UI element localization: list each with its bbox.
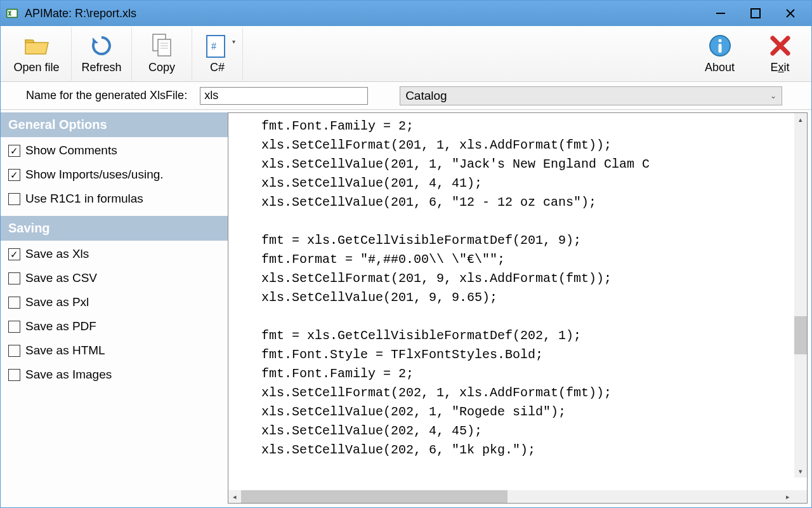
refresh-icon (89, 33, 114, 58)
exit-button[interactable]: Exit (750, 27, 810, 81)
exit-label: Exit (770, 61, 789, 74)
refresh-label: Refresh (81, 61, 121, 74)
scroll-up-icon[interactable]: ▴ (794, 113, 807, 126)
checkbox-icon (8, 369, 20, 381)
language-label: C# (210, 61, 225, 74)
horizontal-scroll-thumb[interactable] (241, 490, 508, 503)
maximize-button[interactable] (738, 3, 773, 23)
svg-rect-3 (751, 9, 760, 18)
svg-point-14 (718, 39, 721, 43)
saving-header: Saving (1, 216, 228, 241)
svg-rect-15 (718, 44, 721, 53)
checkbox-icon: ✓ (8, 145, 20, 157)
checkbox-option[interactable]: Save as PDF (8, 319, 220, 333)
general-options-header: General Options (1, 112, 228, 137)
info-icon (707, 33, 733, 58)
window-controls (703, 3, 808, 23)
svg-text:#: # (211, 41, 216, 51)
copy-icon (149, 33, 174, 58)
titlebar: APIMate: R:\report.xls (1, 1, 811, 26)
window-title: APIMate: R:\report.xls (25, 7, 703, 20)
general-options-body: ✓Show Comments✓Show Imports/uses/using.U… (1, 137, 228, 216)
horizontal-scrollbar[interactable]: ◂ ▸ (228, 490, 807, 503)
refresh-button[interactable]: Refresh (72, 27, 132, 81)
name-row: Name for the generated XlsFile: Catalog … (1, 82, 811, 110)
checkbox-label: Save as HTML (25, 344, 105, 358)
app-window: APIMate: R:\report.xls Open file Refresh (0, 0, 812, 508)
checkbox-option[interactable]: Save as Images (8, 368, 220, 382)
xlsfile-name-label: Name for the generated XlsFile: (7, 89, 187, 102)
app-icon (4, 6, 20, 21)
code-area[interactable]: fmt.Font.Family = 2; xls.SetCellFormat(2… (228, 113, 807, 490)
catalog-selected-label: Catalog (405, 89, 447, 103)
checkbox-label: Save as Pxl (25, 295, 89, 309)
checkbox-option[interactable]: Save as HTML (8, 344, 220, 358)
catalog-dropdown[interactable]: Catalog ⌄ (400, 86, 782, 105)
chevron-down-icon: ⌄ (770, 91, 776, 100)
about-label: About (705, 61, 735, 74)
checkbox-icon: ✓ (8, 248, 20, 260)
svg-rect-1 (8, 10, 17, 17)
main-area: General Options ✓Show Comments✓Show Impo… (1, 110, 811, 507)
copy-button[interactable]: Copy (132, 27, 192, 81)
about-button[interactable]: About (690, 27, 750, 81)
checkbox-option[interactable]: ✓Show Imports/uses/using. (8, 168, 220, 182)
checkbox-option[interactable]: ✓Show Comments (8, 144, 220, 157)
close-icon (768, 33, 793, 58)
scroll-corner (794, 490, 807, 503)
checkbox-icon (8, 272, 20, 284)
scroll-right-icon[interactable]: ▸ (782, 490, 794, 503)
checkbox-label: Show Comments (25, 144, 117, 157)
open-file-label: Open file (13, 61, 59, 74)
svg-rect-7 (158, 39, 171, 56)
checkbox-icon (8, 193, 20, 205)
vertical-scrollbar[interactable]: ▴ ▾ (794, 113, 807, 478)
saving-body: ✓Save as XlsSave as CSVSave as PxlSave a… (1, 241, 228, 392)
checkbox-option[interactable]: ✓Save as Xls (8, 247, 220, 261)
checkbox-label: Use R1C1 in formulas (25, 192, 143, 206)
toolbar: Open file Refresh Copy # ▾ C# (1, 26, 811, 82)
close-button[interactable] (773, 3, 808, 23)
scroll-down-icon[interactable]: ▾ (794, 465, 807, 478)
copy-label: Copy (148, 61, 175, 74)
code-panel: fmt.Font.Family = 2; xls.SetCellFormat(2… (228, 112, 808, 504)
checkbox-option[interactable]: Save as CSV (8, 271, 220, 285)
language-button[interactable]: # ▾ C# (192, 27, 243, 81)
checkbox-icon (8, 345, 20, 357)
checkbox-icon: ✓ (8, 169, 20, 181)
checkbox-option[interactable]: Use R1C1 in formulas (8, 192, 220, 206)
xlsfile-name-input[interactable] (200, 87, 368, 105)
sidebar: General Options ✓Show Comments✓Show Impo… (1, 110, 228, 507)
vertical-scroll-thumb[interactable] (794, 316, 807, 354)
checkbox-label: Show Imports/uses/using. (25, 168, 164, 182)
checkbox-label: Save as CSV (25, 271, 97, 285)
checkbox-label: Save as Xls (25, 247, 89, 261)
code-text: fmt.Font.Family = 2; xls.SetCellFormat(2… (228, 113, 807, 464)
checkbox-icon (8, 321, 20, 333)
csharp-icon: # ▾ (205, 33, 230, 58)
checkbox-icon (8, 297, 20, 309)
checkbox-label: Save as PDF (25, 319, 96, 333)
scroll-left-icon[interactable]: ◂ (228, 490, 241, 503)
folder-open-icon (24, 33, 49, 58)
checkbox-label: Save as Images (25, 368, 112, 382)
open-file-button[interactable]: Open file (2, 27, 72, 81)
minimize-button[interactable] (703, 3, 738, 23)
checkbox-option[interactable]: Save as Pxl (8, 295, 220, 309)
